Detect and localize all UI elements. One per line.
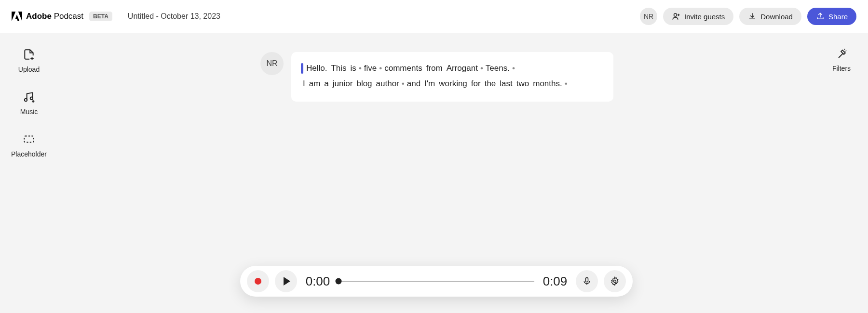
- invite-label: Invite guests: [684, 13, 725, 21]
- transcript-word[interactable]: is: [349, 61, 358, 76]
- placeholder-icon: [23, 133, 35, 145]
- placeholder-label: Placeholder: [11, 150, 47, 158]
- placeholder-tool[interactable]: Placeholder: [11, 133, 47, 158]
- transcript-word[interactable]: author: [374, 76, 401, 91]
- svg-point-2: [30, 97, 33, 100]
- transcript-word[interactable]: the: [483, 76, 498, 91]
- transcript-line-1[interactable]: Hello.Thisis•five•commentsfromArrogant•T…: [301, 61, 604, 76]
- user-avatar[interactable]: NR: [640, 8, 657, 25]
- invite-guests-button[interactable]: Invite guests: [663, 8, 733, 25]
- play-icon: [284, 277, 290, 286]
- pause-dot: •: [512, 61, 515, 76]
- transcript-word[interactable]: five: [362, 61, 379, 76]
- adobe-logo-icon: [12, 12, 22, 21]
- app-header: Adobe Podcast BETA Untitled - October 13…: [0, 0, 868, 33]
- music-label: Music: [20, 108, 38, 116]
- transcript-word[interactable]: a: [322, 76, 330, 91]
- transcript-word[interactable]: for: [469, 76, 483, 91]
- playhead-knob[interactable]: [336, 278, 342, 285]
- beta-badge: BETA: [89, 12, 112, 21]
- svg-point-5: [614, 280, 616, 283]
- svg-rect-4: [586, 278, 588, 282]
- left-toolbar: Upload Music Placeholder: [0, 33, 58, 313]
- transcript-word[interactable]: Hello.: [304, 61, 329, 76]
- total-time: 0:09: [540, 274, 570, 289]
- pause-dot: •: [401, 76, 405, 91]
- upload-label: Upload: [18, 65, 40, 73]
- main-area: Upload Music Placeholder NR Hello.Thisis…: [0, 33, 868, 313]
- microphone-icon: [582, 276, 592, 286]
- transcript-word[interactable]: This: [329, 61, 348, 76]
- transcript-word[interactable]: Arrogant: [445, 61, 480, 76]
- transcript-word[interactable]: Teens.: [484, 61, 512, 76]
- settings-button[interactable]: [604, 270, 626, 292]
- right-toolbar: Filters: [815, 33, 868, 313]
- timeline-track[interactable]: [339, 276, 534, 286]
- playhead-marker: [301, 63, 303, 74]
- transcript-word[interactable]: I: [301, 76, 307, 91]
- upload-icon: [23, 48, 35, 61]
- transcript-word[interactable]: working: [437, 76, 469, 91]
- document-title[interactable]: Untitled - October 13, 2023: [128, 12, 220, 21]
- music-tool[interactable]: Music: [20, 91, 38, 116]
- pause-dot: •: [564, 76, 568, 91]
- pause-dot: •: [480, 61, 484, 76]
- gear-icon: [610, 276, 620, 286]
- player-bar: 0:00 0:09: [240, 266, 633, 297]
- pause-dot: •: [358, 61, 362, 76]
- editor-canvas: NR Hello.Thisis•five•commentsfromArrogan…: [58, 33, 815, 313]
- pause-dot: •: [379, 61, 382, 76]
- speaker-avatar[interactable]: NR: [260, 52, 284, 75]
- transcript-word[interactable]: junior: [331, 76, 355, 91]
- svg-point-1: [25, 99, 27, 101]
- transcript-word[interactable]: am: [307, 76, 323, 91]
- track-line: [339, 281, 534, 282]
- transcript-word[interactable]: I'm: [422, 76, 437, 91]
- download-button[interactable]: Download: [739, 8, 801, 25]
- filters-label: Filters: [832, 65, 851, 72]
- transcript-word[interactable]: blog: [354, 76, 374, 91]
- brand-text: Adobe Podcast: [26, 12, 83, 21]
- share-button[interactable]: Share: [807, 8, 856, 25]
- share-label: Share: [828, 13, 848, 21]
- play-button[interactable]: [275, 270, 297, 292]
- download-label: Download: [760, 13, 793, 21]
- transcript-word[interactable]: two: [515, 76, 531, 91]
- transcript-word[interactable]: months.: [531, 76, 564, 91]
- filters-icon: [836, 48, 847, 60]
- microphone-button[interactable]: [576, 270, 598, 292]
- svg-rect-3: [24, 136, 34, 143]
- music-icon: [23, 91, 35, 103]
- record-button[interactable]: [247, 270, 269, 292]
- transcript-word[interactable]: comments: [382, 61, 424, 76]
- transcript-block[interactable]: Hello.Thisis•five•commentsfromArrogant•T…: [291, 52, 613, 102]
- current-time: 0:00: [303, 274, 333, 289]
- filters-tool[interactable]: Filters: [832, 48, 851, 72]
- transcript-line-2[interactable]: Iamajuniorblogauthor•andI'mworkingforthe…: [301, 76, 604, 91]
- transcript-word[interactable]: from: [424, 61, 445, 76]
- download-icon: [748, 12, 757, 21]
- svg-point-0: [674, 13, 677, 16]
- upload-tool[interactable]: Upload: [18, 48, 40, 73]
- transcript-word[interactable]: and: [405, 76, 422, 91]
- share-icon: [816, 12, 825, 21]
- person-add-icon: [672, 12, 680, 21]
- record-icon: [255, 278, 261, 285]
- transcript-word[interactable]: last: [498, 76, 514, 91]
- app-logo: Adobe Podcast BETA: [12, 12, 112, 21]
